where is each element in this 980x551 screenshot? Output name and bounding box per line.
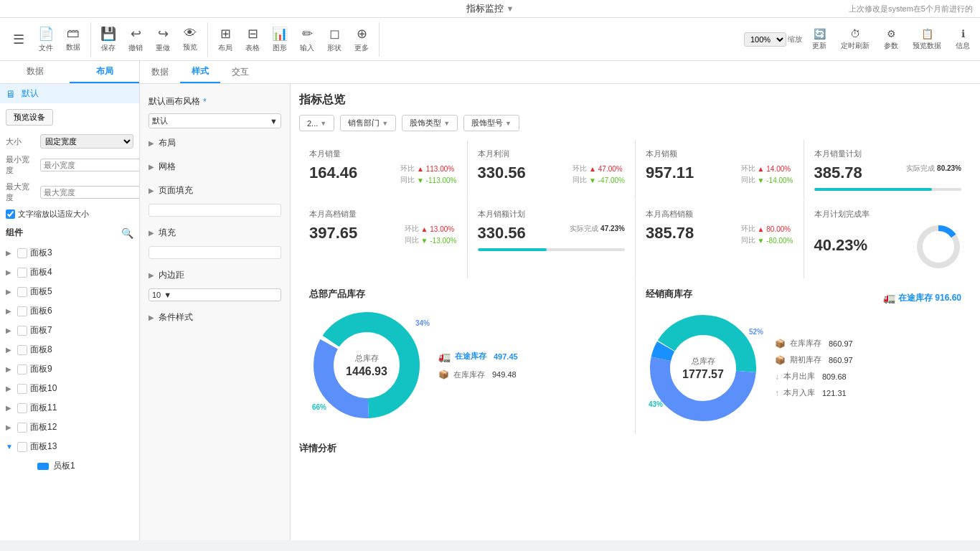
page-padding-input[interactable] bbox=[149, 204, 281, 217]
kpi-value-0: 164.46 bbox=[309, 164, 357, 182]
component-checkbox-1[interactable] bbox=[17, 268, 27, 278]
component-item-2[interactable]: ▶ 面板5 bbox=[0, 282, 139, 301]
chevron-icon-10: ▼ bbox=[6, 443, 14, 451]
save-button[interactable]: 💾 保存 bbox=[95, 23, 121, 56]
box-icon-3: 📦 bbox=[775, 355, 786, 365]
style-tab-data[interactable]: 数据 bbox=[140, 61, 180, 83]
timer-button[interactable]: ⏱ 定时刷新 bbox=[837, 25, 874, 54]
component-checkbox-0[interactable] bbox=[17, 248, 27, 258]
chart-card-hq-inventory: 总部产品库存 总库存 1446.93 34% 66% bbox=[299, 279, 635, 434]
kpi-change-down-0: 同比 ▼ -113.00% bbox=[400, 175, 456, 185]
data-button[interactable]: 🗃 数据 bbox=[60, 23, 86, 55]
menu-button[interactable]: ☰ bbox=[6, 29, 32, 50]
component-item-9[interactable]: ▶ 面板12 bbox=[0, 418, 139, 437]
component-item-4[interactable]: ▶ 面板7 bbox=[0, 321, 139, 340]
redo-icon: ↪ bbox=[158, 26, 169, 42]
preview-device-row: 预览设备 bbox=[6, 109, 133, 126]
style-tab-interact[interactable]: 交互 bbox=[220, 61, 260, 83]
kpi-value-5: 330.56 bbox=[478, 224, 526, 242]
component-checkbox-9[interactable] bbox=[17, 423, 27, 433]
filter-btn-3[interactable]: 股饰型号 ▼ bbox=[463, 115, 519, 131]
component-checkbox-3[interactable] bbox=[17, 306, 27, 316]
component-item-8[interactable]: ▶ 面板11 bbox=[0, 398, 139, 418]
component-item-0[interactable]: ▶ 面板3 bbox=[0, 243, 139, 263]
component-checkbox-2[interactable] bbox=[17, 287, 27, 297]
preview-data-button[interactable]: 📋 预览数据 bbox=[908, 25, 946, 54]
default-item[interactable]: 🖥 默认 bbox=[0, 84, 139, 103]
component-checkbox-4[interactable] bbox=[17, 326, 27, 336]
redo-button[interactable]: ↪ 重做 bbox=[150, 23, 176, 56]
style-dropdown-label: 默认 bbox=[152, 116, 168, 126]
file-button[interactable]: 📄 文件 bbox=[33, 23, 59, 56]
shape-button[interactable]: ◻ 形状 bbox=[321, 23, 347, 56]
donut-svg-2: 总库存 1777.57 bbox=[646, 311, 760, 425]
update-button[interactable]: 🔄 更新 bbox=[808, 25, 831, 54]
component-checkbox-6[interactable] bbox=[17, 364, 27, 375]
chevron-right-icon: ▶ bbox=[149, 163, 154, 171]
svg-text:总库存: 总库存 bbox=[354, 354, 379, 362]
params-label: 参数 bbox=[884, 41, 898, 51]
size-label: 大小 bbox=[6, 136, 34, 147]
component-label-5: 面板8 bbox=[30, 344, 52, 356]
component-label-4: 面板7 bbox=[30, 324, 52, 336]
component-item-3[interactable]: ▶ 面板6 bbox=[0, 301, 139, 321]
tab-layout[interactable]: 布局 bbox=[70, 61, 139, 83]
kpi-value-6: 385.78 bbox=[646, 224, 694, 242]
component-checkbox-7[interactable] bbox=[17, 384, 27, 394]
min-width-input[interactable] bbox=[40, 159, 140, 171]
component-item-10[interactable]: ▼ 面板13 bbox=[0, 437, 139, 456]
component-item-6[interactable]: ▶ 面板9 bbox=[0, 359, 139, 379]
table-button[interactable]: ⊟ 表格 bbox=[240, 23, 265, 56]
page-padding-header[interactable]: ▶ 页面填充 bbox=[140, 180, 290, 201]
kpi-change-down-6: 同比 ▼ -80.00% bbox=[741, 235, 793, 245]
kpi-card-premium-revenue: 本月高档销额 385.78 环比 ▲ 80.00% 同比 ▼ -80.00% bbox=[636, 200, 804, 278]
undo-button[interactable]: ↩ 撤销 bbox=[123, 23, 149, 56]
grid-section-header[interactable]: ▶ 网格 bbox=[140, 156, 290, 177]
filter-btn-0[interactable]: 2... ▼ bbox=[299, 115, 334, 131]
condition-style-header[interactable]: ▶ 条件样式 bbox=[140, 307, 290, 328]
input-label: 输入 bbox=[300, 43, 314, 53]
more-button[interactable]: ⊕ 更多 bbox=[349, 23, 374, 56]
component-checkbox-5[interactable] bbox=[17, 345, 27, 355]
preview-device-button[interactable]: 预览设备 bbox=[6, 109, 53, 126]
fill-section-header[interactable]: ▶ 填充 bbox=[140, 222, 290, 243]
chevron-icon-9: ▶ bbox=[6, 423, 14, 431]
legend-item-instock-1: 📦 在库库存 949.48 bbox=[438, 369, 518, 380]
component-label-1: 面板4 bbox=[30, 266, 52, 278]
fill-input[interactable] bbox=[149, 246, 281, 259]
params-button[interactable]: ⚙ 参数 bbox=[880, 25, 903, 54]
inner-padding-header[interactable]: ▶ 内边距 bbox=[140, 265, 290, 286]
filter-btn-2[interactable]: 股饰类型 ▼ bbox=[402, 115, 458, 131]
inner-padding-select[interactable]: 10 ▼ bbox=[149, 288, 281, 301]
search-icon[interactable]: 🔍 bbox=[121, 227, 133, 239]
component-item-7[interactable]: ▶ 面板10 bbox=[0, 379, 139, 398]
kpi-grid-row2: 本月高档销量 397.65 环比 ▲ 13.00% 同比 ▼ -13.00% bbox=[299, 200, 971, 278]
layout-button[interactable]: ⊞ 布局 bbox=[212, 23, 238, 56]
zoom-select[interactable]: 100% 75% 50% 150% bbox=[744, 32, 786, 47]
style-tab-style[interactable]: 样式 bbox=[180, 61, 220, 83]
input-button[interactable]: ✏ 输入 bbox=[294, 23, 320, 56]
chevron-icon-2: ▶ bbox=[6, 288, 14, 296]
size-select[interactable]: 固定宽度 自适应 bbox=[40, 134, 133, 149]
middle-panel: 默认画布风格 * 默认 ▼ ▶ 布局 ▶ 网格 ▶ 页面填充 bbox=[140, 84, 291, 540]
layout-section-header[interactable]: ▶ 布局 bbox=[140, 133, 290, 154]
preview-button[interactable]: 👁 预览 bbox=[177, 23, 203, 55]
chart-button[interactable]: 📊 图形 bbox=[267, 23, 293, 56]
max-width-input[interactable] bbox=[40, 186, 140, 199]
data-icon: 🗃 bbox=[67, 26, 80, 41]
component-item-5[interactable]: ▶ 面板8 bbox=[0, 340, 139, 359]
component-item-11[interactable]: 员板1 bbox=[20, 456, 139, 476]
tab-data[interactable]: 数据 bbox=[0, 61, 70, 83]
chevron-down-icon[interactable]: ▼ bbox=[507, 4, 514, 13]
component-checkbox-8[interactable] bbox=[17, 403, 27, 413]
kpi-value-3: 385.78 bbox=[814, 164, 862, 182]
kpi-label-6: 本月高档销额 bbox=[646, 209, 793, 220]
style-dropdown[interactable]: 默认 ▼ bbox=[149, 113, 281, 128]
chevron-right-icon: ▶ bbox=[149, 229, 154, 237]
text-scale-checkbox[interactable] bbox=[6, 209, 15, 219]
component-item-1[interactable]: ▶ 面板4 bbox=[0, 263, 139, 282]
svg-text:总库存: 总库存 bbox=[691, 357, 715, 365]
filter-btn-1[interactable]: 销售部门 ▼ bbox=[340, 115, 396, 131]
component-checkbox-10[interactable] bbox=[17, 442, 27, 452]
info-button[interactable]: ℹ 信息 bbox=[951, 25, 974, 54]
